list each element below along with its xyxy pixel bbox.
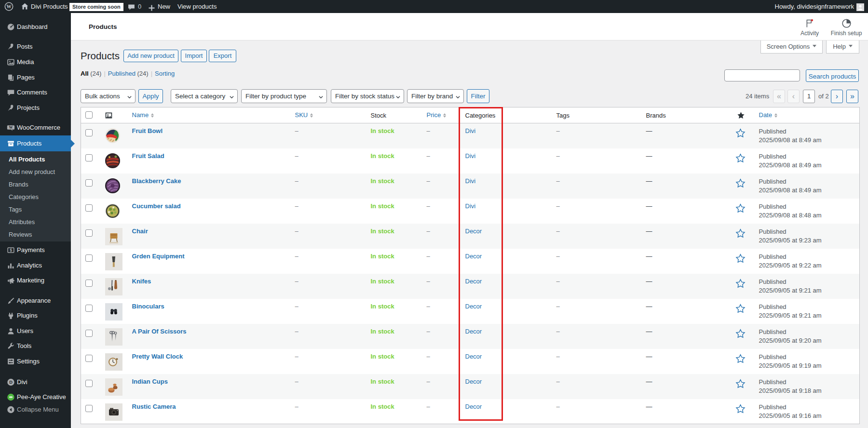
svg-text:W: W [9, 125, 13, 130]
svg-text:W: W [6, 4, 12, 9]
svg-text:$: $ [10, 248, 12, 253]
svg-text:D: D [9, 380, 13, 385]
